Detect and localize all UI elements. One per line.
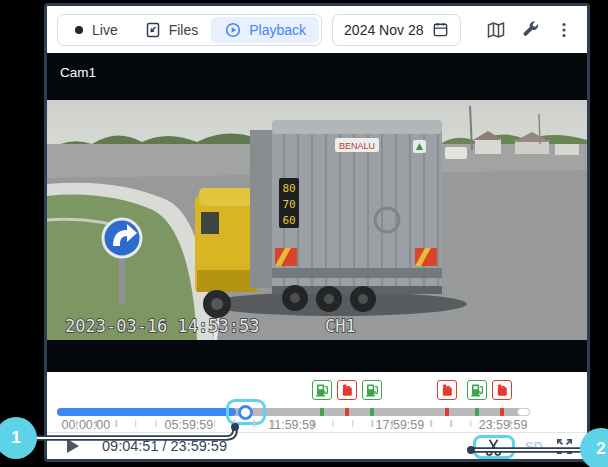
tools-button[interactable] <box>517 17 543 43</box>
tab-playback[interactable]: Playback <box>211 17 319 43</box>
timeline-track[interactable] <box>57 408 530 416</box>
timeline-section: 00:00:00 05:59:59 11:59:59 17:59:59 23:5… <box>47 372 587 432</box>
playback-position-text: 09:04:51 / 23:59:59 <box>102 438 227 454</box>
app-window: Live Files Playback <box>44 3 590 462</box>
video-trailer-brand: BENALU <box>339 141 375 151</box>
timeline-event-fuel-drain[interactable] <box>437 380 457 400</box>
tab-live[interactable]: Live <box>60 17 131 43</box>
playback-controls-bar: 09:04:51 / 23:59:59 SD <box>47 432 587 459</box>
fullscreen-icon <box>555 437 574 456</box>
tab-live-label: Live <box>92 22 118 38</box>
playback-icon <box>224 21 242 39</box>
map-button[interactable] <box>483 17 509 43</box>
svg-text:70: 70 <box>282 198 295 211</box>
toolbar: Live Files Playback <box>47 6 587 53</box>
timeline-progress <box>57 408 236 416</box>
svg-text:80: 80 <box>282 182 295 195</box>
video-timestamp: 2023-03-16 14:53:53 <box>65 316 259 336</box>
record-dot-icon <box>73 24 85 36</box>
fuel-can-icon <box>495 383 509 397</box>
timeline-label-3: 17:59:59 <box>376 418 425 432</box>
controls-right-cluster: SD <box>473 433 587 460</box>
map-icon <box>486 20 506 40</box>
timeline-label-2: 11:59:59 <box>268 418 316 432</box>
more-menu-button[interactable] <box>551 17 577 43</box>
fuel-pump-icon <box>365 383 379 397</box>
file-import-icon <box>144 21 162 39</box>
timeline-event-fuel-fill[interactable] <box>467 380 487 400</box>
annotation-badge-1: 1 <box>0 417 37 459</box>
timeline-event-fuel-drain[interactable] <box>337 380 357 400</box>
screenshot-page: Live Files Playback <box>0 0 608 467</box>
timeline-event-tick <box>320 408 324 416</box>
svg-text:60: 60 <box>282 214 295 227</box>
camera-name-label: Cam1 <box>60 65 96 80</box>
video-panel: Cam1 <box>47 53 587 372</box>
timeline-label-4: 23:59:59 <box>479 418 528 432</box>
video-van <box>445 147 467 159</box>
play-icon <box>66 438 80 454</box>
timeline-event-tick <box>500 408 504 416</box>
timeline-event-tick <box>345 408 349 416</box>
timeline-event-fuel-fill[interactable] <box>362 380 382 400</box>
calendar-icon <box>432 21 449 38</box>
video-channel-label: CH1 <box>325 316 356 336</box>
wrench-icon <box>521 20 540 39</box>
video-frame[interactable]: BENALU 80 70 60 <box>47 100 587 340</box>
play-button[interactable] <box>66 438 82 454</box>
fuel-pump-icon <box>315 383 329 397</box>
video-truck-wheels <box>282 285 376 312</box>
timeline-event-row <box>57 380 530 402</box>
fuel-pump-icon <box>470 383 484 397</box>
clip-cut-button[interactable] <box>473 435 515 459</box>
timeline-label-1: 05:59:59 <box>165 418 214 432</box>
timeline-event-fuel-fill[interactable] <box>312 380 332 400</box>
fuel-can-icon <box>340 383 354 397</box>
view-tab-group: Live Files Playback <box>57 14 322 46</box>
timeline-event-fuel-drain[interactable] <box>492 380 512 400</box>
video-speed-plate: 80 70 60 <box>279 178 299 228</box>
date-picker-button[interactable]: 2024 Nov 28 <box>332 14 461 46</box>
fullscreen-button[interactable] <box>555 437 574 456</box>
timeline-label-0: 00:00:00 <box>62 418 111 432</box>
timeline-track-endcap <box>517 408 530 416</box>
tab-playback-label: Playback <box>249 22 306 38</box>
tab-files[interactable]: Files <box>131 17 212 43</box>
fuel-can-icon <box>440 383 454 397</box>
timeline-event-tick <box>370 408 374 416</box>
date-picker-label: 2024 Nov 28 <box>344 22 423 38</box>
video-truck-trailer: BENALU 80 70 60 <box>250 120 442 312</box>
stream-quality-button[interactable]: SD <box>525 439 543 454</box>
timeline-labels: 00:00:00 05:59:59 11:59:59 17:59:59 23:5… <box>57 418 530 432</box>
timeline-event-tick <box>475 408 479 416</box>
more-vertical-icon <box>555 21 573 39</box>
tab-files-label: Files <box>169 22 199 38</box>
scissors-icon <box>483 436 504 457</box>
timeline-event-tick <box>445 408 449 416</box>
